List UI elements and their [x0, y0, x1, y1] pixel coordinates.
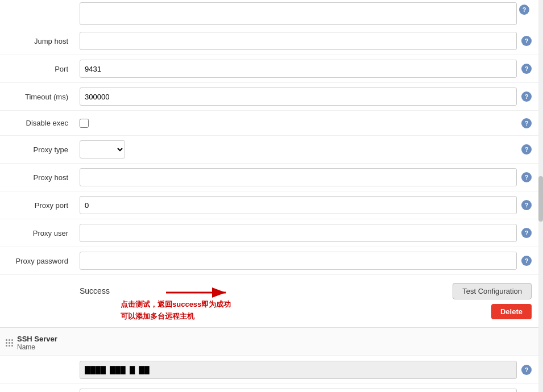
proxy-type-label: Proxy type — [0, 145, 80, 154]
proxy-user-label: Proxy user — [0, 229, 80, 237]
proxy-host-row: Proxy host ? — [0, 164, 543, 191]
annotation-bubble: 点击测试，返回success即为成功 可以添加多台远程主机 — [121, 299, 231, 323]
proxy-host-input[interactable] — [80, 168, 517, 186]
proxy-password-input[interactable] — [80, 252, 517, 270]
proxy-port-help-icon[interactable]: ? — [521, 200, 532, 210]
annotation-line1: 点击测试，返回success即为成功 — [121, 299, 231, 311]
port-input[interactable] — [80, 60, 517, 78]
top-textarea[interactable] — [80, 2, 517, 25]
ssh-server-title: SSH Server — [17, 335, 57, 343]
jump-host-input[interactable] — [80, 32, 517, 50]
proxy-type-row: Proxy type SOCKS5 HTTP ? — [0, 136, 543, 164]
proxy-user-input[interactable] — [80, 224, 517, 242]
proxy-user-help-icon[interactable]: ? — [521, 228, 532, 238]
hostname-row: Hostname ? — [0, 384, 543, 392]
ssh-section-header: SSH Server Name — [0, 327, 543, 356]
timeout-label: Timeout (ms) — [0, 93, 80, 101]
ssh-name-input-area: ? — [80, 361, 532, 379]
timeout-row: Timeout (ms) ? — [0, 83, 543, 111]
port-input-area: ? — [80, 60, 532, 78]
proxy-port-row: Proxy port ? — [0, 191, 543, 219]
hostname-input[interactable] — [80, 389, 517, 392]
proxy-port-input-area: ? — [80, 196, 532, 214]
proxy-host-help-icon[interactable]: ? — [521, 172, 532, 182]
delete-button[interactable]: Delete — [491, 304, 532, 319]
jump-host-label: Jump host — [0, 37, 80, 45]
ssh-name-row: ? — [0, 356, 543, 384]
jump-host-help-icon[interactable]: ? — [521, 36, 532, 46]
proxy-user-input-area: ? — [80, 224, 532, 242]
top-textarea-row: ? — [0, 0, 543, 27]
hostname-input-area: ? — [80, 389, 532, 392]
port-label: Port — [0, 65, 80, 73]
proxy-port-input[interactable] — [80, 196, 517, 214]
ssh-server-subtitle: Name — [17, 343, 57, 351]
jump-host-input-area: ? — [80, 32, 532, 50]
scrollbar-thumb[interactable] — [538, 176, 543, 222]
proxy-password-input-area: ? — [80, 252, 532, 270]
disable-exec-input-area: ? — [80, 118, 532, 128]
annotation-line2: 可以添加多台远程主机 — [121, 311, 231, 323]
timeout-help-icon[interactable]: ? — [521, 91, 532, 102]
page-wrapper: ? Jump host ? Port ? Timeout (ms) ? Disa… — [0, 0, 543, 392]
jump-host-row: Jump host ? — [0, 27, 543, 55]
timeout-input[interactable] — [80, 87, 517, 106]
proxy-port-label: Proxy port — [0, 201, 80, 210]
proxy-host-label: Proxy host — [0, 173, 80, 182]
port-row: Port ? — [0, 55, 543, 83]
proxy-password-label: Proxy password — [0, 257, 80, 265]
disable-exec-checkbox[interactable] — [80, 119, 89, 128]
ssh-name-help-icon[interactable]: ? — [521, 365, 532, 375]
proxy-host-input-area: ? — [80, 168, 532, 186]
test-configuration-button[interactable]: Test Configuration — [453, 283, 532, 299]
proxy-password-help-icon[interactable]: ? — [521, 256, 532, 266]
disable-exec-row: Disable exec ? — [0, 111, 543, 136]
disable-exec-help-icon[interactable]: ? — [521, 118, 532, 128]
top-help-icon[interactable]: ? — [519, 5, 529, 15]
proxy-password-row: Proxy password ? — [0, 247, 543, 275]
proxy-type-input-area: SOCKS5 HTTP ? — [80, 140, 532, 159]
ssh-drag-handle[interactable] — [6, 339, 14, 347]
disable-exec-label: Disable exec — [0, 119, 80, 127]
scrollbar-track[interactable] — [538, 0, 543, 392]
timeout-input-area: ? — [80, 87, 532, 106]
proxy-type-select[interactable]: SOCKS5 HTTP — [80, 140, 125, 159]
port-help-icon[interactable]: ? — [521, 64, 532, 74]
status-text: Success — [80, 283, 114, 295]
ssh-name-input[interactable] — [80, 361, 517, 379]
proxy-user-row: Proxy user ? — [0, 219, 543, 247]
proxy-type-help-icon[interactable]: ? — [521, 144, 532, 155]
